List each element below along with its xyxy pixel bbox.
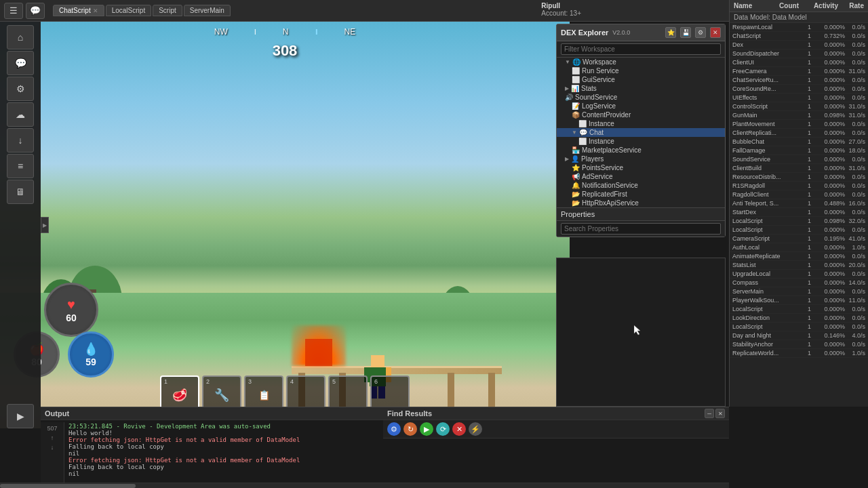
tree-guiservice[interactable]: ⬜ GuiService: [557, 75, 725, 84]
row-name: AuthLocal: [732, 244, 787, 251]
table-row[interactable]: AnimateReplicate 1 0.000% 0.0/s: [730, 252, 868, 261]
table-row[interactable]: ServerMain 1 0.000% 0.0/s: [730, 287, 868, 296]
table-row[interactable]: ClientBuild 1 0.000% 31.0/s: [730, 164, 868, 173]
toolbar-download[interactable]: ↓: [7, 128, 34, 152]
tree-instance-2[interactable]: ⬜ Instance: [557, 137, 725, 146]
table-row[interactable]: LocalScript 1 0.098% 32.0/s: [730, 217, 868, 226]
find-minimize-btn[interactable]: ─: [705, 409, 714, 418]
table-row[interactable]: ReplicateWorld... 1 0.000% 1.0/s: [730, 349, 868, 358]
row-activity: 0.000%: [811, 314, 845, 321]
table-row[interactable]: StartDex 1 0.000% 0.0/s: [730, 208, 868, 217]
table-row[interactable]: LocalScript 1 0.000% 0.0/s: [730, 226, 868, 235]
tree-contentprovider[interactable]: 📦 ContentProvider: [557, 110, 725, 119]
scrollbar-thumb[interactable]: [0, 484, 136, 488]
table-row[interactable]: UIEffects 1 0.000% 0.0/s: [730, 94, 868, 102]
table-row[interactable]: LocalScript 1 0.000% 0.0/s: [730, 323, 868, 331]
row-rate: 0.0/s: [845, 253, 865, 260]
find-btn-play[interactable]: ▶: [420, 422, 433, 436]
toolbar-chat[interactable]: 💬: [7, 51, 34, 75]
find-btn-search[interactable]: ⚙: [387, 422, 401, 436]
table-row[interactable]: CoreSoundRe... 1 0.000% 0.0/s: [730, 85, 868, 94]
tab-script[interactable]: Script: [153, 5, 182, 16]
table-row[interactable]: LocalScript 1 0.000% 0.0/s: [730, 305, 868, 314]
tree-instance-1[interactable]: ⬜ Instance: [557, 119, 725, 128]
row-activity: 0.000%: [811, 244, 845, 251]
table-row[interactable]: ChatServiceRu... 1 0.000% 0.0/s: [730, 76, 868, 85]
table-row[interactable]: ClientUI 1 0.000% 0.0/s: [730, 58, 868, 67]
row-count: 1: [787, 24, 811, 30]
toolbar-arrow-expand[interactable]: ▶: [7, 404, 34, 428]
table-row[interactable]: Day and Night 1 0.146% 4.0/s: [730, 331, 868, 340]
table-row[interactable]: ResourceDistrib... 1 0.000% 0.0/s: [730, 173, 868, 182]
table-row[interactable]: RespawnLocal 1 0.000% 0.0/s: [730, 23, 868, 32]
table-row[interactable]: SoundDispatcher 1 0.000% 0.0/s: [730, 49, 868, 58]
tree-notification[interactable]: 🔔 NotificationService: [557, 181, 725, 190]
toolbar-settings[interactable]: ⚙: [7, 77, 34, 101]
table-row[interactable]: StabilityAnchor 1 0.000% 0.0/s: [730, 340, 868, 349]
tree-players[interactable]: ▶ 👤 Players: [557, 155, 725, 163]
row-name: UpgradeLocal: [732, 270, 787, 277]
table-row[interactable]: LookDirection 1 0.000% 0.0/s: [730, 314, 868, 323]
table-row[interactable]: StatsList 1 0.000% 20.0/s: [730, 261, 868, 270]
tree-pointsservice[interactable]: ⭐ PointsService: [557, 163, 725, 172]
row-rate: 0.0/s: [845, 41, 865, 48]
scrollbar-bottom[interactable]: [0, 483, 729, 488]
tree-chat[interactable]: ▼ 💬 Chat: [557, 128, 725, 137]
menu-button[interactable]: ☰: [4, 3, 23, 19]
tree-soundservice[interactable]: 🔊 SoundService: [557, 93, 725, 102]
tree-stats[interactable]: ▶ 📊 Stats: [557, 84, 725, 93]
tree-logservice[interactable]: 📝 LogService: [557, 102, 725, 110]
table-row[interactable]: AuthLocal 1 0.000% 1.0/s: [730, 243, 868, 252]
table-row[interactable]: Anti Teleport, S... 1 0.488% 16.0/s: [730, 199, 868, 208]
dex-search-input[interactable]: [561, 43, 721, 55]
table-row[interactable]: R1SRagdoll 1 0.000% 0.0/s: [730, 182, 868, 190]
left-panel-expand[interactable]: ▶: [41, 217, 49, 233]
find-btn-misc[interactable]: ⚡: [469, 422, 482, 436]
dex-star-btn[interactable]: ⭐: [665, 27, 676, 38]
table-row[interactable]: CameraScript 1 0.195% 41.0/s: [730, 235, 868, 243]
table-row[interactable]: PlayerWalkSou... 1 0.000% 11.0/s: [730, 296, 868, 305]
output-up-btn[interactable]: ↑: [51, 434, 54, 441]
row-rate: 0.0/s: [845, 33, 865, 39]
toolbar-home[interactable]: ⌂: [7, 25, 34, 49]
table-row[interactable]: Dex 1 0.000% 0.0/s: [730, 41, 868, 49]
table-row[interactable]: ClientReplicati... 1 0.000% 0.0/s: [730, 129, 868, 138]
tab-servermain[interactable]: ServerMain: [184, 5, 231, 16]
toolbar-cloud[interactable]: ☁: [7, 102, 34, 127]
table-row[interactable]: ChatScript 1 0.732% 0.0/s: [730, 32, 868, 41]
chat-button[interactable]: 💬: [26, 3, 45, 19]
dex-close-btn[interactable]: ✕: [710, 27, 721, 38]
table-row[interactable]: PlantMovement 1 0.000% 0.0/s: [730, 120, 868, 129]
table-row[interactable]: BubbleChat 1 0.000% 27.0/s: [730, 138, 868, 146]
toolbar-list[interactable]: ≡: [7, 154, 34, 178]
tree-runservice[interactable]: ⬜ Run Service: [557, 66, 725, 75]
table-row[interactable]: FreeCamera 1 0.000% 31.0/s: [730, 67, 868, 76]
game-viewport: NW N NE 308 ♥ 60 🍎 80 💧 59 1 🥩 2 🔧 3 📋: [0, 22, 570, 428]
tree-httprbxapi[interactable]: 📂 HttpRbxApiService: [557, 199, 725, 207]
find-btn-stop[interactable]: ✕: [452, 422, 466, 436]
output-down-btn[interactable]: ↓: [51, 444, 54, 451]
find-btn-replace[interactable]: ↻: [403, 422, 417, 436]
table-row[interactable]: SoundService 1 0.000% 0.0/s: [730, 155, 868, 164]
tree-workspace[interactable]: ▼ 🌐 Workspace: [557, 58, 725, 66]
toolbar-monitor[interactable]: 🖥: [7, 180, 34, 204]
table-row[interactable]: ControlScript 1 0.000% 31.0/s: [730, 102, 868, 111]
table-row[interactable]: RagdollClient 1 0.000% 0.0/s: [730, 190, 868, 199]
table-row[interactable]: FallDamage 1 0.000% 18.0/s: [730, 146, 868, 155]
find-close-btn[interactable]: ✕: [715, 409, 725, 418]
table-row[interactable]: UpgradeLocal 1 0.000% 0.0/s: [730, 270, 868, 279]
dex-save-btn[interactable]: 💾: [680, 27, 691, 38]
dex-settings-btn[interactable]: ⚙: [695, 27, 706, 38]
find-btn-next[interactable]: ⟳: [436, 422, 450, 436]
dex-properties-search-input[interactable]: [561, 223, 721, 235]
tab-localscript[interactable]: LocalScript: [106, 5, 151, 16]
tree-adservice[interactable]: 📢 AdService: [557, 172, 725, 181]
row-count: 1: [787, 332, 811, 339]
table-row[interactable]: Compass 1 0.000% 14.0/s: [730, 279, 868, 287]
tree-replicatedfirst[interactable]: 📂 ReplicatedFirst: [557, 190, 725, 199]
output-content: 23:53:21.845 - Rovive - Development Area…: [64, 420, 423, 486]
left-toolbar: ⌂ 💬 ⚙ ☁ ↓ ≡ 🖥 ▶: [0, 22, 41, 428]
tree-marketplace[interactable]: 🏪 MarketplaceService: [557, 146, 725, 155]
table-row[interactable]: GunMain 1 0.098% 31.0/s: [730, 111, 868, 120]
tab-chatscript[interactable]: ChatScript ✕: [53, 5, 104, 16]
